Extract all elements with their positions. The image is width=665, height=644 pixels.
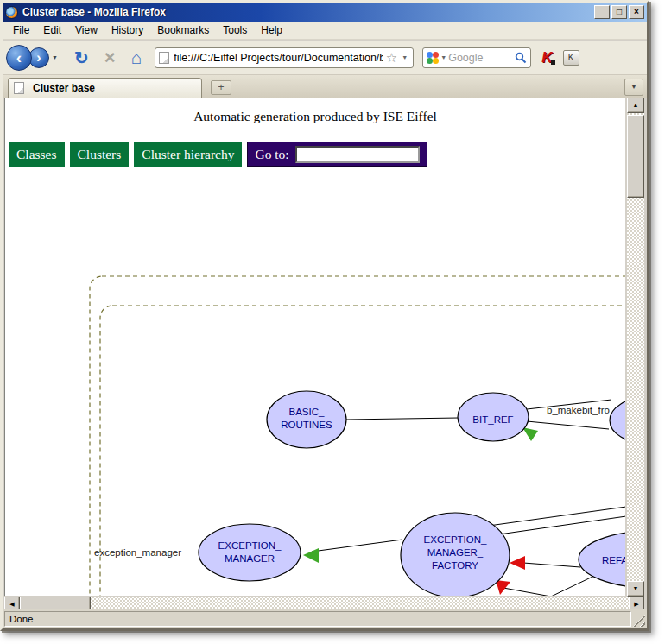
new-tab-button[interactable]: + <box>211 80 231 95</box>
feature-edge-label: b_makebit_fro <box>547 405 610 415</box>
page-heading: Automatic generation produced by ISE Eif… <box>5 109 625 124</box>
node-basic-routines-label2: ROUTINES <box>281 420 332 430</box>
title-bar[interactable]: Cluster base - Mozilla Firefox _ □ × <box>3 3 647 22</box>
edge-em-factory <box>312 540 402 552</box>
node-factory-label3: FACTORY <box>432 560 478 571</box>
status-bar: Done <box>3 609 647 628</box>
menu-bar: File Edit View History Bookmarks Tools H… <box>3 22 647 40</box>
search-icon[interactable] <box>515 52 527 64</box>
green-arrow-icon-bitref <box>522 427 538 441</box>
url-dropdown-icon[interactable]: ▼ <box>400 54 409 60</box>
nav-history-dropdown-icon[interactable]: ▼ <box>52 54 58 60</box>
tab-label: Cluster base <box>33 82 95 94</box>
red-arrow-icon-factory-2 <box>496 580 510 595</box>
edge-factory-upperright-1 <box>489 507 625 526</box>
menu-help[interactable]: Help <box>254 22 289 38</box>
list-all-tabs-button[interactable]: ▼ <box>624 79 643 96</box>
scroll-up-button[interactable]: ▲ <box>627 98 644 113</box>
menu-tools[interactable]: Tools <box>216 22 254 38</box>
node-exception-manager[interactable] <box>199 524 301 581</box>
bookmark-star-icon[interactable]: ☆ <box>386 50 397 66</box>
page-content: BASIC_ ROUTINES BIT_REF D EXCEPTION_ MAN… <box>4 98 625 596</box>
virtual-keyboard-button[interactable]: K <box>563 50 580 66</box>
cluster-diagram: BASIC_ ROUTINES BIT_REF D EXCEPTION_ MAN… <box>5 98 625 596</box>
window-title: Cluster base - Mozilla Firefox <box>22 6 594 18</box>
edge-factory-upperright-2 <box>499 516 625 534</box>
vertical-scrollbar[interactable]: ▲ ▼ <box>627 98 644 597</box>
minimize-button[interactable]: _ <box>594 5 610 19</box>
node-bit-ref-label: BIT_REF <box>472 414 513 425</box>
edge-refa-factory-1 <box>523 563 580 567</box>
edge-basic-bitref <box>346 418 459 420</box>
node-basic-routines-label1: BASIC_ <box>289 407 326 417</box>
status-text: Done <box>4 611 631 627</box>
home-button[interactable]: ⌂ <box>131 45 142 71</box>
edge-refa-factory-2a <box>504 588 551 596</box>
search-box[interactable]: ▼ <box>422 47 531 68</box>
node-factory-label1: EXCEPTION_ <box>424 534 487 545</box>
stop-button[interactable]: × <box>104 45 116 71</box>
menu-history[interactable]: History <box>104 22 150 38</box>
green-arrow-icon-em <box>303 548 319 563</box>
menu-bookmarks[interactable]: Bookmarks <box>150 22 216 38</box>
scroll-down-button[interactable]: ▼ <box>627 581 644 597</box>
vertical-scroll-thumb[interactable] <box>627 115 644 198</box>
resize-grip[interactable] <box>633 615 645 627</box>
node-exception-manager-label2: MANAGER <box>225 553 275 564</box>
clusters-button[interactable]: Clusters <box>70 142 130 167</box>
back-button[interactable]: ‹ <box>6 45 32 71</box>
tab-bar: Cluster base + ▼ <box>3 75 647 98</box>
goto-panel: Go to: <box>247 142 427 167</box>
tab-page-icon <box>14 82 24 94</box>
menu-file[interactable]: File <box>6 22 36 38</box>
node-refa-partial-label: REFA <box>602 555 625 565</box>
search-engine-dropdown-icon[interactable]: ▼ <box>439 54 448 60</box>
menu-view[interactable]: View <box>68 22 104 38</box>
page-icon <box>159 52 169 64</box>
goto-input[interactable] <box>295 146 420 163</box>
menu-edit[interactable]: Edit <box>36 22 68 38</box>
url-bar[interactable]: ☆ ▼ <box>155 47 414 68</box>
red-arrow-icon-factory-1 <box>510 556 525 570</box>
node-factory-label2: MANAGER_ <box>428 547 484 558</box>
tab-cluster-base[interactable]: Cluster base <box>8 78 202 98</box>
browser-window: Cluster base - Mozilla Firefox _ □ × Fil… <box>0 0 649 631</box>
goto-label: Go to: <box>255 147 288 162</box>
navigation-toolbar: ‹ › ▼ ↻ × ⌂ ☆ ▼ ▼ K K <box>3 41 647 75</box>
firefox-icon <box>5 6 18 19</box>
kaspersky-icon[interactable]: K <box>542 49 552 66</box>
close-button[interactable]: × <box>629 5 644 19</box>
url-input[interactable] <box>174 52 383 64</box>
maximize-button[interactable]: □ <box>611 5 627 19</box>
cluster-name-label: exception_manager <box>94 547 181 558</box>
edge-bitref-d-lower <box>527 421 609 429</box>
doc-nav-row: Classes Clusters Cluster hierarchy Go to… <box>9 142 428 167</box>
reload-button[interactable]: ↻ <box>74 45 89 71</box>
node-d-partial[interactable] <box>610 397 625 444</box>
cluster-hierarchy-button[interactable]: Cluster hierarchy <box>134 142 242 167</box>
node-exception-manager-label1: EXCEPTION_ <box>218 540 282 551</box>
search-input[interactable] <box>448 52 515 64</box>
classes-button[interactable]: Classes <box>9 142 65 167</box>
google-logo-icon[interactable] <box>427 52 439 64</box>
